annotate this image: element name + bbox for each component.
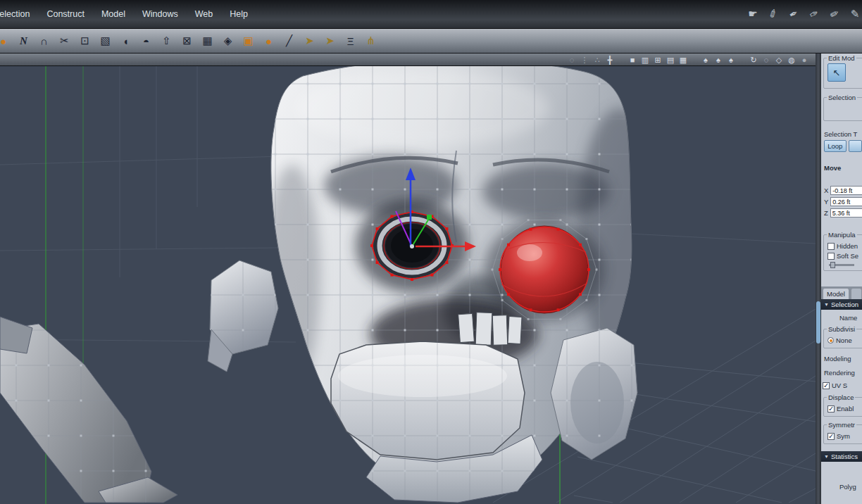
coord-row-x: X xyxy=(824,186,862,195)
shield-shade-icon[interactable]: ♠ xyxy=(714,54,723,65)
shield-texture-icon[interactable]: ♠ xyxy=(727,54,735,65)
rails-tool-button[interactable]: Ξ xyxy=(340,30,361,51)
menu-help[interactable]: Help xyxy=(230,9,248,19)
subdivision-group-label: Subdivisi xyxy=(827,325,856,333)
soft-selection-checkbox-row[interactable]: Soft Se xyxy=(827,252,862,260)
pencil-tool-icon[interactable]: ✏ xyxy=(827,6,843,22)
falloff-display-icon[interactable]: ∴ xyxy=(593,54,601,65)
checker-tool-button[interactable]: ▦ xyxy=(197,30,218,51)
sym-checkbox[interactable] xyxy=(827,433,835,440)
enable-checkbox-row[interactable]: Enabl xyxy=(827,405,862,412)
subdivision-group: Subdivisi None xyxy=(823,329,862,348)
package-tool-button[interactable]: ▣ xyxy=(238,30,258,51)
layout-rows-icon[interactable]: ▤ xyxy=(666,54,675,65)
manipulators-group-label: Manipula xyxy=(827,231,857,239)
z-coordinate-input[interactable] xyxy=(830,208,862,218)
menu-bar: Selection Construct Model Windows Web He… xyxy=(0,0,862,28)
dashed-circle-icon[interactable]: ◌ xyxy=(762,54,770,65)
hidden-checkbox[interactable] xyxy=(827,243,835,250)
uv-checkbox[interactable] xyxy=(823,382,830,389)
loop-button[interactable]: Loop xyxy=(824,140,847,152)
soft-selection-checkbox-label: Soft Se xyxy=(837,252,858,260)
menu-selection[interactable]: Selection xyxy=(0,9,30,19)
lasso-select-tool-button[interactable]: ▧ xyxy=(95,30,115,51)
statistics-section-header[interactable]: Statistics xyxy=(821,451,862,462)
shield-wire-icon[interactable]: ♠ xyxy=(701,54,710,65)
x-coordinate-input[interactable] xyxy=(830,186,862,195)
ink-tool-icon[interactable]: ✑ xyxy=(806,6,823,22)
layout-split-icon[interactable]: ▥ xyxy=(641,54,649,65)
pen-tool-icon[interactable]: ✒ xyxy=(786,6,802,22)
wire-cube-icon[interactable]: ◇ xyxy=(775,54,783,65)
selection-type-button-2[interactable] xyxy=(849,140,862,152)
teeth-mesh xyxy=(458,313,522,346)
sym-checkbox-row[interactable]: Sym xyxy=(827,432,862,440)
selection-section-header[interactable]: Selection xyxy=(821,299,862,310)
curve-n-tool-button[interactable]: N xyxy=(13,30,34,51)
eraser-tool-icon[interactable]: ✎ xyxy=(849,8,861,20)
airbrush-tool-icon[interactable]: ✐ xyxy=(766,6,782,22)
y-coordinate-input[interactable] xyxy=(830,197,862,206)
slider-thumb[interactable] xyxy=(830,262,835,268)
soft-selection-slider[interactable] xyxy=(829,264,854,266)
ball-tool-button[interactable]: ● xyxy=(258,30,279,51)
orbit-view-icon[interactable]: ↻ xyxy=(749,54,758,65)
extrude-tool-button[interactable]: ⇧ xyxy=(156,30,177,51)
sym-checkbox-label: Sym xyxy=(837,432,850,440)
hidden-checkbox-row[interactable]: Hidden xyxy=(827,242,862,250)
symmetry-group: Symmetr Sym xyxy=(823,424,862,444)
none-radio-row[interactable]: None xyxy=(827,336,862,344)
none-radio-label: None xyxy=(836,336,852,344)
displacement-group-label: Displace xyxy=(827,393,855,401)
move-tool-label: Move xyxy=(824,164,862,172)
tab-model[interactable]: Model xyxy=(823,288,849,299)
quantize-tool-button[interactable]: ⊡ xyxy=(75,30,95,51)
panel-splitter[interactable] xyxy=(816,53,821,504)
sweep-arrow-tool-button[interactable]: ➤ xyxy=(299,30,320,51)
ghost-shading-icon[interactable]: ◌ xyxy=(568,54,576,65)
skeleton-tool-button[interactable]: ⋔ xyxy=(361,30,381,51)
scissors-tool-button[interactable]: ✂ xyxy=(54,30,75,51)
vertex-display-icon[interactable]: ⋮ xyxy=(580,54,589,65)
splitter-handle[interactable] xyxy=(816,301,820,344)
edit-mode-group-label: Edit Mod xyxy=(827,54,856,62)
flat-sphere-icon[interactable]: ● xyxy=(800,54,808,65)
layout-single-icon[interactable]: ■ xyxy=(628,54,637,65)
menu-items: Selection Construct Model Windows Web He… xyxy=(0,9,248,19)
enable-checkbox[interactable] xyxy=(827,405,835,412)
edit-mode-button[interactable]: ↖ xyxy=(827,63,846,82)
layout-quad-icon[interactable]: ⊞ xyxy=(654,54,662,65)
selection-type-label: Selection T xyxy=(824,130,862,138)
tab-next[interactable] xyxy=(851,288,862,299)
pan-hand-icon[interactable]: ☛ xyxy=(747,8,758,20)
axis-x-label: X xyxy=(824,187,828,194)
slash-tool-button[interactable]: ╱ xyxy=(279,30,299,51)
sphere-primitive-tool-button[interactable]: ● xyxy=(0,30,13,51)
shaded-sphere-icon[interactable]: ◍ xyxy=(787,54,796,65)
name-label: Name xyxy=(839,314,862,322)
soft-selection-checkbox[interactable] xyxy=(827,253,835,260)
enable-checkbox-label: Enabl xyxy=(837,405,854,412)
gem-tool-button[interactable]: ◈ xyxy=(218,30,238,51)
mirror-tool-button[interactable]: ◓ xyxy=(136,30,156,51)
dome-tool-button[interactable]: ◖ xyxy=(115,30,136,51)
menu-construct[interactable]: Construct xyxy=(46,9,85,19)
magnet-tool-button[interactable]: ∩ xyxy=(34,30,54,51)
scene-canvas[interactable] xyxy=(0,66,816,504)
bridge-arrow-tool-button[interactable]: ➤ xyxy=(320,30,340,51)
viewport-3d[interactable]: ◌ ⋮ ∴ ╋ ■ ▥ ⊞ ▤ ▦ ♠ ♠ ♠ ↻ ◌ ◇ ◍ ● xyxy=(0,53,816,504)
edit-mode-group: Edit Mod ↖ xyxy=(823,58,862,89)
none-radio[interactable] xyxy=(827,337,834,344)
coord-row-y: Y xyxy=(824,197,862,206)
layout-grid-icon[interactable]: ▦ xyxy=(679,54,687,65)
action-center-icon[interactable]: ╋ xyxy=(606,54,614,65)
uv-checkbox-row[interactable]: UV S xyxy=(823,382,862,389)
menu-web[interactable]: Web xyxy=(195,9,213,19)
manipulators-group: Manipula Hidden Soft Se xyxy=(823,234,862,271)
box-select-tool-button[interactable]: ⊠ xyxy=(177,30,197,51)
right-panel: Edit Mod ↖ Selection Selection T Loop Mo… xyxy=(821,53,862,504)
symmetry-group-label: Symmetr xyxy=(827,421,856,429)
menu-model[interactable]: Model xyxy=(101,9,125,19)
menu-windows[interactable]: Windows xyxy=(142,9,178,19)
rendering-label: Rendering xyxy=(824,369,862,377)
